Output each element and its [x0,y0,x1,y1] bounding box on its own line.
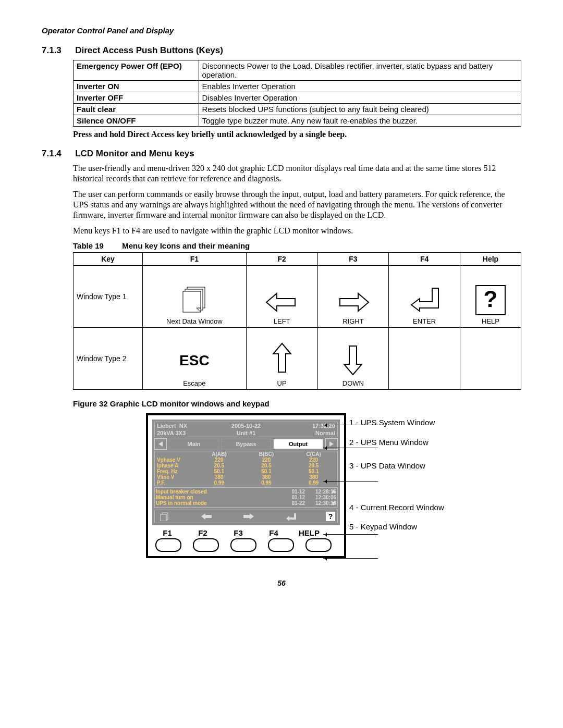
left-arrow-icon [264,289,300,315]
record-date: 01-12 [281,489,305,495]
data-cell: 0.99 [243,480,290,486]
direct-access-keys-table: Emergency Power Off (EPO)Disconnects Pow… [73,60,521,127]
keypad-help-icon[interactable]: ? [326,512,335,521]
page-number: 56 [42,579,521,587]
key-name: Emergency Power Off (EPO) [74,60,199,81]
figure-callouts: 1 - UPS System Window 2 - UPS Menu Windo… [349,417,444,541]
callout-5: 5 - Keypad Window [349,522,444,532]
key-name: Inverter OFF [74,92,199,104]
page-header: Operator Control Panel and Display [42,26,521,35]
keypad-enter-icon[interactable] [284,511,298,522]
callout-4: 4 - Current Record Window [349,502,444,513]
lcd-brand: Liebert [157,423,176,429]
data-cell: 50.1 [290,468,337,474]
data-row-label: Vphase V [155,457,195,463]
section-number: 7.1.3 [42,45,73,56]
data-row-label: P.F. [155,480,195,486]
icon-label: RIGHT [342,317,363,325]
col-key: Key [74,253,143,266]
table-19-caption: Table 19 Menu key Icons and their meanin… [73,241,521,250]
paragraph: The user can perform commands or easily … [73,189,521,220]
key-f1-button[interactable] [155,538,181,552]
col-f3: F3 [317,253,389,266]
key-f2-label: F2 [191,528,215,537]
record-text: Manual turn on [156,495,281,500]
record-text: UPS in normal mode [156,500,281,506]
physical-keypad-labels: F1 F2 F3 F4 HELP [155,528,340,537]
keypad-left-icon[interactable] [199,511,214,522]
key-f4-button[interactable] [268,538,294,552]
triangle-right-icon [328,441,335,447]
key-f2-button[interactable] [193,538,219,552]
lcd-date: 2005-10-22 [216,422,277,429]
key-desc: Disconnects Power to the Load. Disables … [199,60,521,81]
data-row-label: Vline V [155,474,195,480]
data-row-label: Iphase A [155,463,195,468]
key-f3-button[interactable] [230,538,256,552]
esc-text-icon: ESC [179,352,210,369]
data-col: C(CA) [290,451,337,457]
ups-system-window: Liebert NX 2005-10-22 17:32:20 20kVA 3X3… [154,422,338,437]
key-f4-label: F4 [262,528,286,537]
enter-arrow-icon [406,284,443,315]
callout-3: 3 - UPS Data Window [349,461,444,471]
key-help-label: HELP [297,528,321,537]
icon-label: Next Data Window [166,317,223,325]
key-desc: Toggle type buzzer mute. Any new fault r… [199,115,521,127]
scroll-up-icon[interactable] [331,489,336,494]
data-col: B(BC) [243,451,290,457]
tab-output[interactable]: Output [273,439,323,449]
question-mark-icon: ? [475,285,506,315]
right-arrow-icon [335,289,371,315]
menu-key-icons-table: Key F1 F2 F3 F4 Help Window Type 1 Next … [73,252,521,390]
keypad-pages-icon[interactable] [157,511,172,522]
table-label: Table 19 [73,241,120,250]
lcd-rating: 20kVA 3X3 [155,429,216,437]
col-f4: F4 [389,253,460,266]
section-7-1-4: 7.1.4 LCD Monitor and Menu keys [42,149,521,159]
data-cell: 220 [243,457,290,463]
triangle-left-icon [157,441,164,447]
icon-label: UP [277,379,287,387]
ups-data-window: A(AB) B(BC) C(CA) Vphase V 220 220 220 I… [154,451,338,486]
key-name: Fault clear [74,104,199,115]
key-help-button[interactable] [305,538,332,552]
lcd-unit: Unit #1 [216,429,277,437]
col-f2: F2 [246,253,317,266]
physical-keypad-buttons [155,538,340,552]
key-name: Silence ON/OFF [74,115,199,127]
empty-cell [460,328,521,390]
current-record-window: Input breaker closed01-1212:28:16 Manual… [154,487,338,508]
section-title: Direct Access Push Buttons (Keys) [75,45,223,55]
keypad-right-icon[interactable] [241,511,256,522]
record-text: Input breaker closed [156,489,281,495]
key-desc: Enables Inverter Operation [199,81,521,92]
menu-left-button[interactable] [154,438,167,450]
row-window-type-1: Window Type 1 [74,266,143,328]
data-cell: 380 [290,474,337,480]
key-name: Inverter ON [74,81,199,92]
section-title: LCD Monitor and Menu keys [75,149,194,158]
data-cell: 0.99 [195,480,243,486]
svg-rect-4 [161,514,166,521]
keypad-window: ? [154,510,338,523]
callout-1: 1 - UPS System Window [349,417,444,428]
data-cell: 380 [243,474,290,480]
icon-label: DOWN [342,379,364,387]
key-f1-label: F1 [155,528,179,537]
lcd-monitor: Liebert NX 2005-10-22 17:32:20 20kVA 3X3… [146,413,346,558]
paragraph: Menu keys F1 to F4 are used to navigate … [73,226,521,236]
data-cell: 20.5 [243,463,290,468]
lcd-model: NX [179,423,187,429]
data-cell: 50.1 [243,468,290,474]
icon-label: LEFT [274,317,290,325]
section-7-1-3: 7.1.3 Direct Access Push Buttons (Keys) [42,45,521,56]
up-arrow-icon [269,341,295,377]
data-cell: 220 [195,457,243,463]
figure-32-caption: Figure 32 Graphic LCD monitor windows an… [73,399,521,408]
tab-bypass[interactable]: Bypass [221,439,271,449]
tab-main[interactable]: Main [169,439,219,449]
scroll-down-icon[interactable] [331,501,336,506]
icon-label: ENTER [413,317,436,325]
data-col: A(AB) [195,451,243,457]
